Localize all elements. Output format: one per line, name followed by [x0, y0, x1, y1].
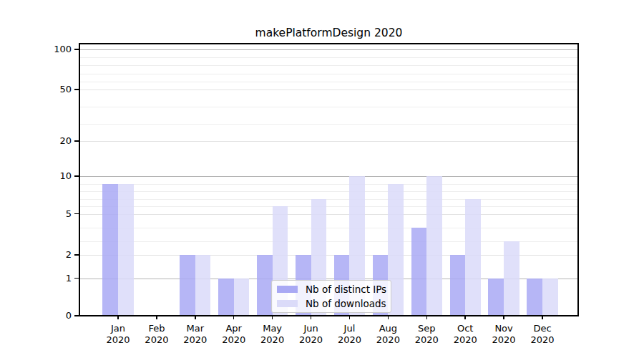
- legend-item-distinct-ips: Nb of distinct IPs: [277, 284, 385, 295]
- gridline-60: [79, 82, 578, 82]
- bar-mar-distinct-ips: [180, 255, 195, 316]
- x-tick-jul: [349, 316, 350, 319]
- x-tick-label-dec: Dec2020: [519, 323, 565, 346]
- legend-swatch-distinct-ips-icon: [277, 286, 298, 293]
- bar-nov-distinct-ips: [488, 279, 504, 316]
- gridline-10: [79, 176, 578, 177]
- x-tick-jan: [117, 316, 118, 319]
- y-tick-0: [74, 315, 79, 316]
- legend-item-downloads: Nb of downloads: [277, 298, 385, 309]
- gridline-100: [79, 49, 578, 50]
- gridline-80: [79, 65, 578, 66]
- gridline-90: [79, 57, 578, 58]
- x-tick-oct: [464, 316, 465, 319]
- y-tick-2: [74, 254, 79, 255]
- right-spine: [577, 43, 579, 316]
- y-tick-50: [74, 89, 79, 90]
- legend: Nb of distinct IPs Nb of downloads: [271, 280, 391, 313]
- bar-oct-distinct-ips: [450, 255, 466, 316]
- x-tick-nov: [503, 316, 504, 319]
- bar-apr-distinct-ips: [218, 279, 234, 316]
- bar-sep-distinct-ips: [411, 228, 427, 316]
- figure: makePlatformDesign 2020 Nb of distinct I…: [0, 0, 644, 358]
- gridline-6: [79, 206, 578, 207]
- x-tick-may: [272, 316, 273, 319]
- bar-mar-downloads: [195, 255, 211, 316]
- chart-title: makePlatformDesign 2020: [79, 25, 578, 41]
- y-tick-label-1: 1: [42, 273, 72, 284]
- legend-label-downloads: Nb of downloads: [306, 298, 386, 309]
- bar-dec-distinct-ips: [527, 279, 542, 316]
- bar-nov-downloads: [504, 241, 519, 316]
- gridline-50: [79, 90, 578, 90]
- x-tick-feb: [156, 316, 157, 319]
- y-tick-10: [74, 175, 79, 176]
- bar-oct-downloads: [465, 199, 481, 316]
- gridline-9: [79, 184, 578, 185]
- gridline-40: [79, 107, 578, 107]
- y-tick-label-10: 10: [42, 170, 72, 182]
- gridline-8: [79, 191, 578, 192]
- bar-jan-distinct-ips: [102, 184, 118, 316]
- x-tick-aug: [388, 316, 389, 319]
- y-tick-label-2: 2: [42, 249, 72, 261]
- x-tick-apr: [233, 316, 234, 319]
- left-spine: [79, 43, 80, 316]
- x-tick-sep: [426, 316, 427, 319]
- bar-dec-downloads: [542, 279, 558, 316]
- y-tick-20: [74, 140, 79, 141]
- bar-apr-downloads: [234, 279, 250, 316]
- bar-sep-downloads: [426, 176, 442, 316]
- legend-label-distinct-ips: Nb of distinct IPs: [306, 284, 386, 295]
- x-tick-mar: [195, 316, 195, 319]
- legend-swatch-downloads-icon: [277, 300, 298, 307]
- gridline-20: [79, 141, 578, 142]
- gridline-5: [79, 214, 578, 215]
- plot-area: Nb of distinct IPs Nb of downloads: [79, 43, 578, 316]
- gridline-4: [79, 228, 578, 228]
- y-tick-label-100: 100: [42, 44, 72, 55]
- top-spine: [79, 43, 579, 44]
- gridline-70: [79, 74, 578, 74]
- y-tick-100: [74, 49, 79, 49]
- y-tick-label-50: 50: [42, 84, 72, 95]
- x-tick-jun: [311, 316, 311, 319]
- y-tick-label-5: 5: [42, 208, 72, 220]
- bar-jan-downloads: [118, 184, 134, 316]
- y-tick-1: [74, 278, 79, 279]
- y-tick-label-20: 20: [42, 135, 72, 147]
- gridline-30: [79, 124, 578, 125]
- y-tick-label-0: 0: [42, 310, 72, 321]
- bar-may-distinct-ips: [257, 255, 273, 316]
- x-tick-dec: [542, 316, 542, 319]
- y-tick-5: [74, 213, 79, 214]
- gridline-7: [79, 199, 578, 200]
